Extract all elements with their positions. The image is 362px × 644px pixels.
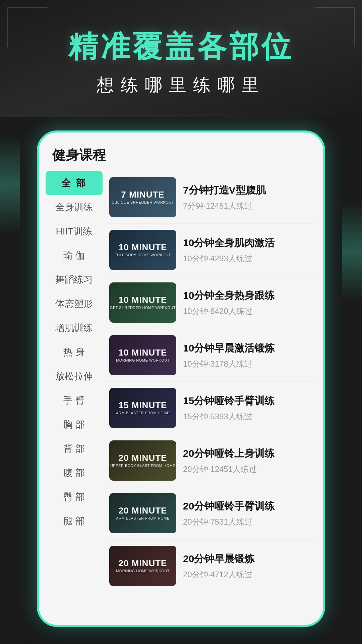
- course-meta-6: 20分钟·12451人练过: [183, 464, 313, 475]
- course-meta-5: 15分钟·5393人练过: [183, 411, 313, 422]
- hero-section: 精准覆盖各部位 想练哪里练哪里: [0, 0, 362, 117]
- course-item-7[interactable]: 20 MINUTEARM BLASTER FROM HOME20分钟哑铃手臂训练…: [106, 487, 316, 540]
- sidebar: 全 部全身训练HIIT训练瑜 伽舞蹈练习体态塑形增肌训练热 身放松拉伸手 臂胸 …: [46, 171, 106, 592]
- sidebar-item-5[interactable]: 体态塑形: [46, 292, 103, 316]
- sidebar-item-6[interactable]: 增肌训练: [46, 316, 103, 340]
- app-content: 健身课程 全 部全身训练HIIT训练瑜 伽舞蹈练习体态塑形增肌训练热 身放松拉伸…: [39, 132, 323, 599]
- course-info-8: 20分钟早晨锻炼20分钟·4712人练过: [183, 552, 313, 580]
- course-meta-4: 10分钟·3178人练过: [183, 359, 313, 369]
- sidebar-item-9[interactable]: 手 臂: [46, 388, 103, 413]
- hero-title-main: 精准覆盖各部位: [20, 27, 342, 67]
- thumb-minutes-5: 15 MINUTE: [116, 400, 170, 410]
- sidebar-item-7[interactable]: 热 身: [46, 340, 103, 364]
- course-name-3: 10分钟全身热身跟练: [183, 288, 313, 303]
- thumb-desc-8: MORNING HOME WORKOUT: [116, 569, 170, 573]
- course-list: 7 MINUTEOBLIQUE SHREDDER WORKOUT7分钟打造V型腹…: [106, 171, 316, 592]
- course-name-6: 20分钟哑铃上身训练: [183, 446, 313, 461]
- course-info-5: 15分钟哑铃手臂训练15分钟·5393人练过: [183, 394, 313, 422]
- course-item-5[interactable]: 15 MINUTEARM BLASTER FROM HOME15分钟哑铃手臂训练…: [106, 382, 316, 434]
- thumb-minutes-1: 7 MINUTE: [112, 190, 174, 200]
- sidebar-item-4[interactable]: 舞蹈练习: [46, 268, 103, 292]
- course-item-4[interactable]: 10 MINUTEMORNING HOME WORKOUT10分钟早晨激活锻炼1…: [106, 329, 316, 382]
- thumb-desc-4: MORNING HOME WORKOUT: [116, 358, 170, 363]
- thumb-minutes-3: 10 MINUTE: [110, 295, 176, 305]
- course-item-3[interactable]: 10 MINUTEGET SHREDDED HOME WORKOUT10分钟全身…: [106, 276, 316, 329]
- thumb-desc-2: FULL BODY HOME WORKOUT: [115, 253, 171, 257]
- course-thumb-8: 20 MINUTEMORNING HOME WORKOUT: [109, 546, 176, 586]
- sidebar-item-12[interactable]: 腹 部: [46, 461, 103, 485]
- hero-title-sub: 想练哪里练哪里: [20, 73, 342, 97]
- course-thumb-1: 7 MINUTEOBLIQUE SHREDDER WORKOUT: [109, 177, 176, 217]
- course-item-8[interactable]: 20 MINUTEMORNING HOME WORKOUT20分钟早晨锻炼20分…: [106, 540, 316, 592]
- main-layout: 全 部全身训练HIIT训练瑜 伽舞蹈练习体态塑形增肌训练热 身放松拉伸手 臂胸 …: [39, 171, 323, 599]
- course-name-1: 7分钟打造V型腹肌: [183, 183, 313, 197]
- sidebar-item-10[interactable]: 胸 部: [46, 413, 103, 437]
- thumb-minutes-4: 10 MINUTE: [116, 348, 170, 358]
- sidebar-item-13[interactable]: 臀 部: [46, 485, 103, 509]
- thumb-minutes-8: 20 MINUTE: [116, 558, 170, 568]
- course-thumb-7: 20 MINUTEARM BLASTER FROM HOME: [109, 493, 176, 533]
- course-name-7: 20分钟哑铃手臂训练: [183, 499, 313, 513]
- sidebar-item-8[interactable]: 放松拉伸: [46, 364, 103, 388]
- sidebar-item-2[interactable]: HIIT训练: [46, 219, 103, 244]
- course-info-7: 20分钟哑铃手臂训练20分钟·7531人练过: [183, 499, 313, 527]
- thumb-desc-5: ARM BLASTER FROM HOME: [116, 411, 170, 415]
- sidebar-item-1[interactable]: 全身训练: [46, 195, 103, 219]
- course-item-6[interactable]: 20 MINUTEUPPER BODY BLAST FROM HOME20分钟哑…: [106, 434, 316, 487]
- course-info-6: 20分钟哑铃上身训练20分钟·12451人练过: [183, 446, 313, 475]
- course-name-4: 10分钟早晨激活锻炼: [183, 341, 313, 355]
- side-decoration-right: [342, 201, 362, 302]
- course-name-5: 15分钟哑铃手臂训练: [183, 394, 313, 408]
- course-thumb-5: 15 MINUTEARM BLASTER FROM HOME: [109, 388, 176, 428]
- side-decoration-left: [0, 134, 20, 235]
- course-meta-7: 20分钟·7531人练过: [183, 517, 313, 527]
- thumb-desc-1: OBLIQUE SHREDDER WORKOUT: [112, 200, 174, 205]
- course-meta-8: 20分钟·4712人练过: [183, 569, 313, 580]
- course-meta-3: 10分钟·6420人练过: [183, 306, 313, 317]
- thumb-minutes-7: 20 MINUTE: [116, 506, 170, 516]
- course-thumb-2: 10 MINUTEFULL BODY HOME WORKOUT: [109, 230, 176, 270]
- sidebar-item-3[interactable]: 瑜 伽: [46, 244, 103, 268]
- course-info-2: 10分钟全身肌肉激活10分钟·4293人练过: [183, 236, 313, 264]
- course-thumb-3: 10 MINUTEGET SHREDDED HOME WORKOUT: [109, 282, 176, 323]
- course-name-8: 20分钟早晨锻炼: [183, 552, 313, 566]
- sidebar-item-0[interactable]: 全 部: [46, 171, 103, 195]
- thumb-desc-6: UPPER BODY BLAST FROM HOME: [110, 464, 175, 468]
- course-meta-2: 10分钟·4293人练过: [183, 253, 313, 264]
- course-name-2: 10分钟全身肌肉激活: [183, 236, 313, 250]
- section-title: 健身课程: [39, 132, 323, 171]
- course-thumb-4: 10 MINUTEMORNING HOME WORKOUT: [109, 335, 176, 375]
- course-info-4: 10分钟早晨激活锻炼10分钟·3178人练过: [183, 341, 313, 369]
- course-info-1: 7分钟打造V型腹肌7分钟·12451人练过: [183, 183, 313, 211]
- sidebar-item-14[interactable]: 腿 部: [46, 509, 103, 533]
- course-info-3: 10分钟全身热身跟练10分钟·6420人练过: [183, 288, 313, 317]
- phone-frame: 健身课程 全 部全身训练HIIT训练瑜 伽舞蹈练习体态塑形增肌训练热 身放松拉伸…: [37, 130, 325, 627]
- thumb-minutes-6: 20 MINUTE: [110, 453, 175, 463]
- course-thumb-6: 20 MINUTEUPPER BODY BLAST FROM HOME: [109, 440, 176, 481]
- thumb-desc-3: GET SHREDDED HOME WORKOUT: [110, 306, 176, 310]
- course-meta-1: 7分钟·12451人练过: [183, 201, 313, 211]
- sidebar-item-11[interactable]: 背 部: [46, 437, 103, 461]
- course-item-1[interactable]: 7 MINUTEOBLIQUE SHREDDER WORKOUT7分钟打造V型腹…: [106, 171, 316, 224]
- thumb-desc-7: ARM BLASTER FROM HOME: [116, 516, 170, 521]
- thumb-minutes-2: 10 MINUTE: [115, 243, 171, 252]
- course-item-2[interactable]: 10 MINUTEFULL BODY HOME WORKOUT10分钟全身肌肉激…: [106, 224, 316, 276]
